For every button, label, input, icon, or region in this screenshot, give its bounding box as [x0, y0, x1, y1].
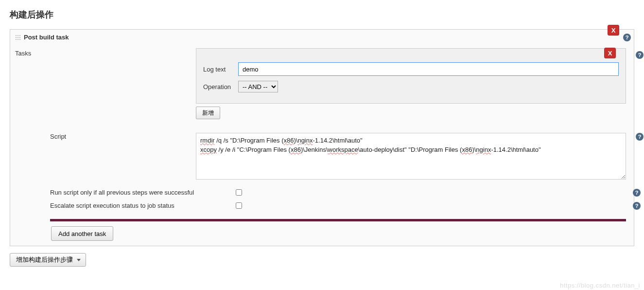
- operation-label: Operation: [203, 83, 238, 91]
- escalate-checkbox[interactable]: [236, 202, 242, 209]
- script-textarea-wrap: rmdir /q /s "D:\Program Files (x86)\ngin…: [196, 133, 626, 181]
- run-only-row: Run script only if all previous steps we…: [50, 186, 626, 199]
- drag-handle-icon[interactable]: [15, 35, 21, 40]
- post-build-task-section: X ? Post build task Tasks ? X Log text: [10, 29, 634, 246]
- add-post-build-step-label: 增加构建后操作步骤: [16, 255, 73, 264]
- add-post-build-step-button[interactable]: 增加构建后操作步骤: [10, 253, 86, 267]
- script-label: Script: [50, 133, 66, 140]
- tasks-label: Tasks: [15, 47, 54, 57]
- task-divider: [50, 219, 626, 221]
- help-icon[interactable]: ?: [633, 202, 641, 210]
- escalate-label: Escalate script execution status to job …: [50, 202, 226, 209]
- page-title: 构建后操作: [10, 9, 634, 20]
- run-only-checkbox[interactable]: [236, 189, 242, 196]
- add-another-task-button[interactable]: Add another task: [51, 226, 113, 241]
- task-box: X Log text Operation -- AND --: [196, 48, 626, 104]
- help-icon[interactable]: ?: [636, 51, 644, 59]
- section-header: Post build task: [10, 30, 634, 45]
- section-title: Post build task: [24, 34, 69, 41]
- log-text-row: Log text: [203, 62, 619, 76]
- run-only-label: Run script only if all previous steps we…: [50, 189, 226, 196]
- log-text-input[interactable]: [238, 62, 619, 76]
- section-close-button[interactable]: X: [608, 25, 619, 36]
- help-icon[interactable]: ?: [636, 133, 644, 141]
- help-icon[interactable]: ?: [633, 189, 641, 197]
- log-text-label: Log text: [203, 66, 238, 73]
- operation-select[interactable]: -- AND --: [238, 81, 278, 92]
- escalate-row: Escalate script execution status to job …: [50, 199, 626, 212]
- task-close-button[interactable]: X: [604, 48, 616, 58]
- script-row: Script ? rmdir /q /s "D:\Program Files (…: [50, 133, 626, 181]
- add-new-button[interactable]: 新增: [196, 107, 220, 119]
- operation-row: Operation -- AND --: [203, 81, 619, 92]
- chevron-down-icon: [77, 259, 81, 261]
- script-textarea[interactable]: [196, 133, 626, 180]
